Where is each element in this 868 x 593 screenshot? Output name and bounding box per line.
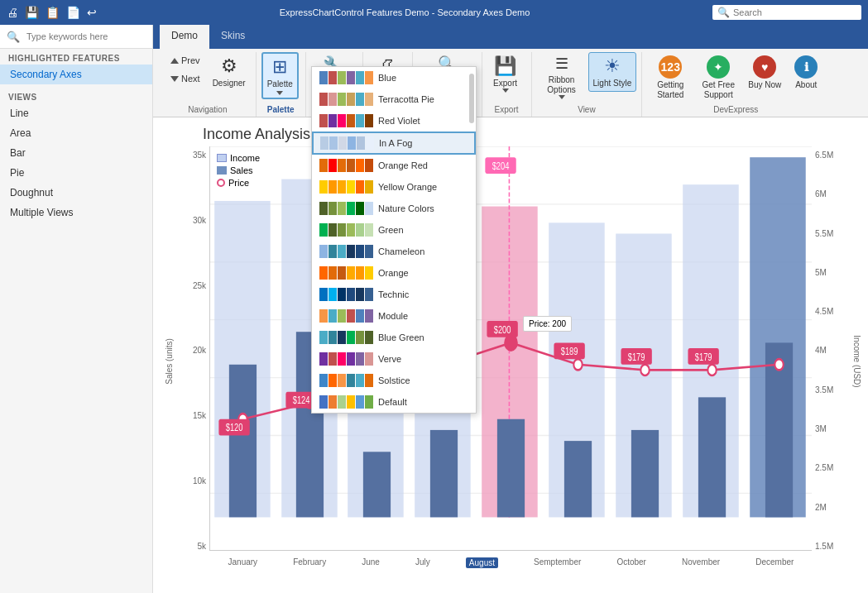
about-button[interactable]: ℹ About: [788, 52, 824, 93]
palette-name-label: Technic: [378, 289, 409, 299]
palette-item-terracotta-pie[interactable]: Terracotta Pie: [312, 88, 476, 110]
sidebar-item-pie[interactable]: Pie: [0, 163, 152, 183]
palette-item-verve[interactable]: Verve: [312, 348, 476, 370]
buy-now-button[interactable]: ♥ Buy Now: [743, 52, 786, 93]
palette-item-in-a-fog[interactable]: In A Fog: [312, 132, 476, 155]
palette-icon: ⊞: [272, 56, 287, 78]
palette-swatches: [319, 374, 373, 387]
left-axis-label: Sales (units): [165, 338, 174, 385]
palette-item-technic[interactable]: Technic: [312, 284, 476, 305]
color-swatch: [365, 331, 373, 344]
chart-svg: $120 $124 $170 $184 $200 $189 $179: [210, 146, 812, 550]
palette-item-default[interactable]: Default: [312, 391, 476, 413]
chart-legend: Income Sales Price: [217, 153, 260, 188]
getting-started-button[interactable]: 123 Getting Started: [647, 52, 693, 103]
designer-button[interactable]: ⚙ Designer: [208, 52, 251, 92]
ribbon: Demo Skins Prev Next: [153, 25, 868, 117]
palette-name-label: Nature Colors: [378, 203, 434, 213]
legend-price-label: Price: [228, 178, 249, 188]
palette-item-solstice[interactable]: Solstice: [312, 370, 476, 391]
color-swatch: [365, 93, 373, 106]
sidebar-item-doughnut[interactable]: Doughnut: [0, 183, 152, 203]
left-axis: 35k 30k 25k 20k 15k 10k 5k: [178, 146, 209, 576]
palette-item-red-violet[interactable]: Red Violet: [312, 110, 476, 132]
color-swatch: [356, 114, 364, 127]
svg-text:$189: $189: [561, 346, 578, 356]
color-swatch: [356, 352, 364, 366]
svg-rect-22: [564, 441, 592, 517]
color-swatch: [347, 245, 355, 258]
color-swatch: [347, 352, 355, 366]
prev-button[interactable]: Prev: [165, 52, 206, 69]
palette-name-label: Blue: [378, 73, 396, 83]
tab-skins[interactable]: Skins: [209, 25, 257, 49]
undo-icon[interactable]: ↩: [87, 6, 97, 19]
getting-started-icon: 123: [659, 55, 682, 79]
palette-swatches: [319, 331, 373, 344]
light-style-button[interactable]: ☀ Light Style: [588, 52, 637, 92]
legend-price-swatch: [217, 179, 225, 187]
color-swatch: [338, 395, 346, 409]
palette-item-yellow-orange[interactable]: Yellow Orange: [312, 176, 476, 198]
sidebar-search-input[interactable]: [23, 30, 146, 43]
palette-item-chameleon[interactable]: Chameleon: [312, 241, 476, 262]
color-swatch: [356, 180, 364, 194]
color-swatch: [319, 352, 328, 366]
palette-item-orange[interactable]: Orange: [312, 262, 476, 284]
color-swatch: [338, 309, 346, 323]
sidebar-item-bar[interactable]: Bar: [0, 143, 152, 163]
palette-item-green[interactable]: Green: [312, 219, 476, 241]
export-button[interactable]: 💾 Export: [487, 52, 524, 96]
palette-name-label: Orange: [378, 268, 409, 278]
next-button[interactable]: Next: [165, 70, 206, 87]
palette-swatches: [320, 136, 374, 150]
color-swatch: [328, 266, 337, 280]
save-icon[interactable]: 💾: [25, 6, 39, 19]
document-icon[interactable]: 📄: [66, 6, 80, 19]
palette-name-label: Red Violet: [378, 116, 420, 126]
color-swatch: [365, 395, 373, 409]
palette-name-label: Blue Green: [378, 332, 424, 342]
color-swatch: [329, 136, 338, 150]
palette-swatches: [319, 395, 373, 409]
palette-item-orange-red[interactable]: Orange Red: [312, 155, 476, 176]
color-swatch: [328, 223, 337, 237]
svg-point-32: [640, 365, 649, 375]
palette-item-blue[interactable]: Blue: [312, 67, 476, 88]
palette-item-blue-green[interactable]: Blue Green: [312, 327, 476, 348]
legend-income-swatch: [217, 154, 227, 162]
search-input[interactable]: [733, 7, 849, 17]
svg-rect-21: [497, 419, 525, 518]
scrollbar-thumb: [469, 74, 474, 123]
right-axis-label: Income (USD): [852, 335, 861, 387]
palette-item-nature-colors[interactable]: Nature Colors: [312, 198, 476, 219]
about-icon: ℹ: [794, 55, 818, 79]
palette-button[interactable]: ⊞ Palette: [261, 52, 299, 99]
tab-demo[interactable]: Demo: [160, 25, 209, 49]
ribbon-options-icon: ☰: [555, 55, 568, 74]
sidebar-item-multiple-views[interactable]: Multiple Views: [0, 203, 152, 222]
sidebar-item-area[interactable]: Area: [0, 123, 152, 143]
palette-swatches: [319, 266, 373, 280]
ribbon-options-button[interactable]: ☰ Ribbon Options: [537, 52, 587, 103]
svg-point-31: [573, 359, 582, 370]
search-box[interactable]: 🔍: [712, 5, 861, 20]
color-swatch: [365, 374, 373, 387]
svg-point-30: [505, 335, 517, 350]
color-swatch: [338, 266, 346, 280]
palette-name-label: Verve: [378, 354, 401, 364]
get-free-support-button[interactable]: ✦ Get Free Support: [695, 52, 741, 103]
content-area: Demo Skins Prev Next: [153, 25, 868, 593]
color-swatch: [356, 331, 364, 344]
print-icon[interactable]: 🖨: [7, 6, 18, 19]
color-swatch: [338, 352, 346, 366]
buy-now-icon: ♥: [753, 55, 776, 79]
clipboard-icon[interactable]: 📋: [46, 6, 60, 19]
views-label: VIEWS: [0, 88, 152, 103]
sidebar-item-line[interactable]: Line: [0, 103, 152, 123]
color-swatch: [356, 202, 364, 215]
color-swatch: [328, 309, 337, 323]
palette-item-module[interactable]: Module: [312, 305, 476, 327]
sidebar-item-secondary-axes[interactable]: Secondary Axes: [0, 65, 152, 84]
color-swatch: [338, 288, 346, 301]
